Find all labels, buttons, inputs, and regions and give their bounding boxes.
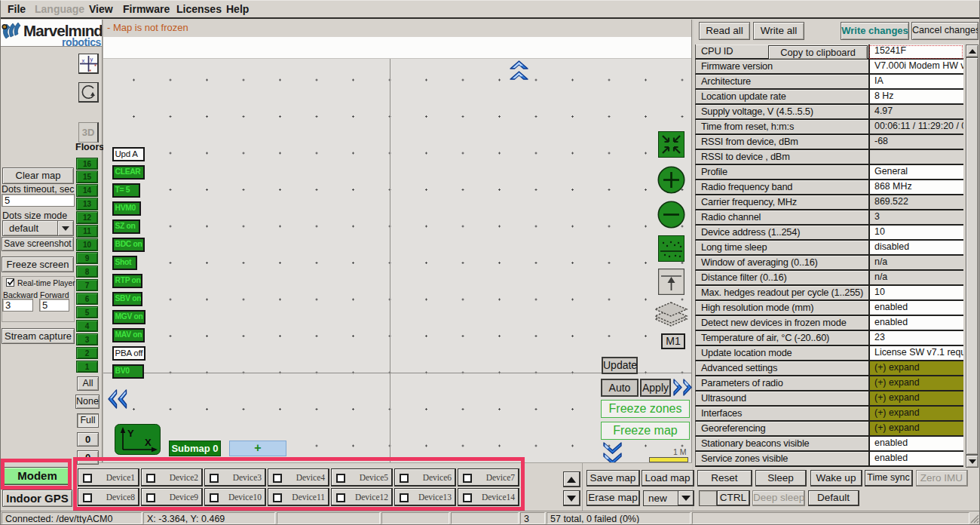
svg-text:Y: Y bbox=[127, 428, 134, 439]
svg-text:x: x bbox=[82, 57, 85, 64]
svg-text:X: X bbox=[145, 437, 152, 448]
svg-text:y: y bbox=[90, 56, 93, 63]
